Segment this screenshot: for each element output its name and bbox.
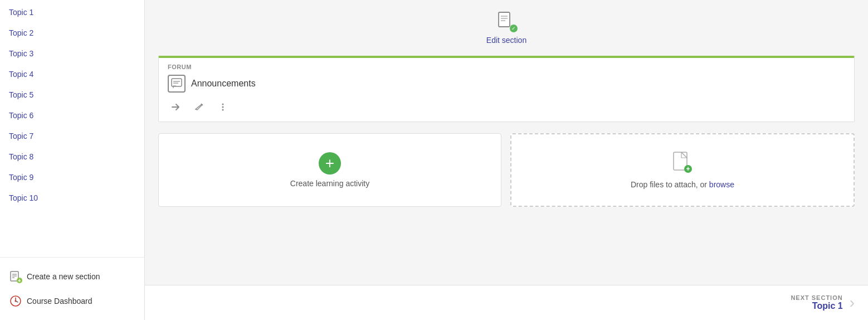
forum-card: FORUM Announcements xyxy=(158,56,855,122)
forum-actions xyxy=(159,97,854,122)
forum-chat-icon xyxy=(168,75,186,93)
forum-title: Announcements xyxy=(191,79,256,89)
sidebar-topic-1[interactable]: Topic 1 xyxy=(0,2,144,23)
sidebar-topic-8[interactable]: Topic 8 xyxy=(0,147,144,167)
sidebar-topic-9[interactable]: Topic 9 xyxy=(0,167,144,188)
sidebar-topic-5[interactable]: Topic 5 xyxy=(0,85,144,105)
sidebar: Topic 1Topic 2Topic 3Topic 4Topic 5Topic… xyxy=(0,0,145,320)
add-icon: + xyxy=(319,152,341,174)
svg-point-15 xyxy=(222,104,224,105)
next-chevron-icon[interactable]: › xyxy=(850,295,855,311)
forum-navigate-button[interactable] xyxy=(168,99,183,115)
sidebar-topic-6[interactable]: Topic 6 xyxy=(0,105,144,126)
drop-files-card[interactable]: + Drop files to attach, or browse xyxy=(510,133,855,207)
edit-section-badge xyxy=(510,25,518,32)
edit-section-wrap: Edit section xyxy=(158,11,855,45)
dashboard-icon xyxy=(9,294,22,308)
next-section-footer: NEXT SECTION Topic 1 › xyxy=(145,285,868,320)
course-dashboard-action[interactable]: Course Dashboard xyxy=(0,289,144,313)
sidebar-bottom: + Create a new section Course Dashboard xyxy=(0,257,144,320)
sidebar-topic-7[interactable]: Topic 7 xyxy=(0,126,144,147)
svg-rect-8 xyxy=(499,12,510,27)
sidebar-topic-3[interactable]: Topic 3 xyxy=(0,43,144,64)
create-section-label: Create a new section xyxy=(27,272,100,281)
create-activity-label: Create learning activity xyxy=(290,179,369,188)
main-content: Edit section FORUM Announcements xyxy=(145,0,868,285)
dashboard-label: Course Dashboard xyxy=(27,297,92,306)
svg-rect-12 xyxy=(172,79,182,86)
bottom-cards: + Create learning activity + Drop files … xyxy=(158,133,855,207)
next-section-label: NEXT SECTION xyxy=(791,294,842,301)
create-section-icon: + xyxy=(9,270,22,283)
edit-section-icon xyxy=(495,11,518,33)
svg-point-7 xyxy=(15,300,17,302)
svg-point-17 xyxy=(222,109,224,111)
next-section-text: NEXT SECTION Topic 1 xyxy=(791,294,842,311)
main-area: Edit section FORUM Announcements xyxy=(145,0,868,320)
next-section-title: Topic 1 xyxy=(791,301,842,311)
edit-section-label: Edit section xyxy=(486,36,526,45)
sidebar-topic-10[interactable]: Topic 10 xyxy=(0,188,144,209)
browse-link[interactable]: browse xyxy=(709,180,734,189)
drop-files-label: Drop files to attach, or browse xyxy=(631,180,734,189)
sidebar-topic-2[interactable]: Topic 2 xyxy=(0,23,144,43)
sidebar-topic-4[interactable]: Topic 4 xyxy=(0,64,144,85)
sidebar-topics-list: Topic 1Topic 2Topic 3Topic 4Topic 5Topic… xyxy=(0,0,144,257)
svg-text:+: + xyxy=(686,165,690,173)
forum-badge: FORUM xyxy=(159,58,854,72)
create-section-action[interactable]: + Create a new section xyxy=(0,264,144,289)
forum-title-row: Announcements xyxy=(159,72,854,97)
forum-edit-button[interactable] xyxy=(192,100,207,114)
forum-more-button[interactable] xyxy=(216,100,230,114)
edit-section-button[interactable]: Edit section xyxy=(486,11,526,45)
drop-file-icon: + xyxy=(672,151,693,176)
create-activity-card[interactable]: + Create learning activity xyxy=(158,133,501,207)
svg-text:+: + xyxy=(18,278,21,283)
svg-point-16 xyxy=(222,106,224,108)
